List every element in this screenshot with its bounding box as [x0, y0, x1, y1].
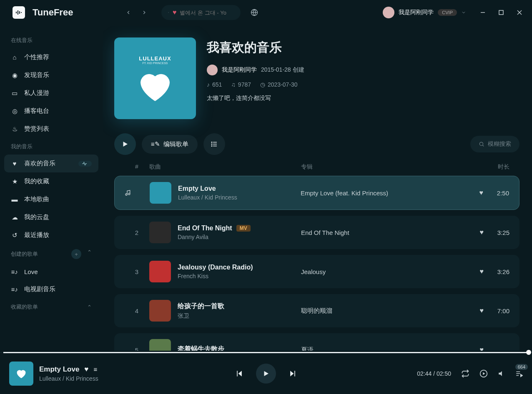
track-title: End Of The Night	[178, 224, 232, 232]
sidebar-item-donate[interactable]: ♨赞赏列表	[4, 120, 98, 138]
track-number: 3	[124, 268, 149, 275]
sidebar: 在线音乐 ⌂个性推荐 ◉发现音乐 ▭私人漫游 ◎播客电台 ♨赞赏列表 我的音乐 …	[0, 26, 103, 351]
clock-icon: ◷	[260, 81, 265, 88]
heart-icon: ♥	[11, 160, 18, 167]
track-duration: 7:00	[494, 307, 509, 314]
playlist-cover[interactable]: LULLEAUX FT. KID PRINCESS	[114, 37, 196, 119]
radio-icon: ▭	[11, 90, 18, 97]
collapse-fav-icon[interactable]: ⌃	[87, 304, 92, 310]
stat-plays: ♫9787	[231, 81, 251, 88]
col-album: 专辑	[301, 163, 476, 171]
titlebar: TuneFree ♥ 我是阿刚同学 CVIP	[0, 0, 532, 25]
sidebar-item-podcast[interactable]: ◎播客电台	[4, 102, 98, 120]
track-row[interactable]: 5牵着蜗牛去散步夏语♥	[114, 333, 519, 351]
track-album: End Of The Night	[301, 229, 476, 236]
progress-bar[interactable]	[3, 352, 529, 353]
queue-icon[interactable]: ≡	[93, 366, 97, 373]
stat-songs: ♪651	[207, 81, 222, 88]
list-mode-button[interactable]	[203, 133, 225, 155]
track-number	[125, 190, 150, 196]
sidebar-item-discover[interactable]: ◉发现音乐	[4, 66, 98, 84]
like-track-button[interactable]: ♥	[480, 307, 484, 314]
created-date: 2015-01-28 创建	[261, 66, 304, 74]
maximize-button[interactable]	[496, 7, 506, 17]
minimize-button[interactable]	[478, 7, 488, 17]
heartbeat-badge[interactable]	[78, 161, 92, 167]
like-button[interactable]: ♥	[84, 365, 88, 374]
track-row[interactable]: 2End Of The NightMVDanny AvilaEnd Of The…	[114, 216, 519, 249]
mv-badge[interactable]: MV	[236, 225, 251, 232]
track-row[interactable]: 4给孩子的一首歌张卫聪明的顺溜♥7:00	[114, 294, 519, 327]
time-display: 02:44 / 02:50	[417, 370, 451, 377]
track-duration: 3:25	[494, 229, 509, 236]
nav-forward-button[interactable]	[137, 5, 151, 20]
play-pause-button[interactable]	[256, 364, 276, 384]
track-album: 聪明的顺溜	[301, 307, 476, 315]
track-artist: Lulleaux / Kid Princess	[178, 194, 237, 201]
owner-name[interactable]: 我是阿刚同学	[222, 66, 257, 74]
svg-point-4	[168, 12, 169, 12]
svg-rect-2	[19, 11, 20, 14]
track-number: 4	[124, 307, 149, 314]
track-thumb	[149, 261, 171, 282]
cloud-icon: ☁	[11, 214, 18, 221]
sidebar-group-label: 创建的歌单	[11, 250, 38, 258]
add-playlist-button[interactable]: +	[71, 249, 81, 259]
stat-value: 2023-07-30	[268, 81, 298, 88]
svg-point-19	[479, 142, 483, 145]
sidebar-item-recent[interactable]: ↺最近播放	[4, 226, 98, 244]
sidebar-playlist-tv[interactable]: ≡♪电视剧音乐	[4, 280, 98, 298]
sidebar-item-local[interactable]: ▬本地歌曲	[4, 190, 98, 208]
track-title: 给孩子的一首歌	[178, 302, 224, 311]
speed-button[interactable]	[479, 369, 488, 378]
user-menu-chevron[interactable]	[461, 10, 466, 15]
track-thumb	[149, 339, 171, 351]
owner-avatar[interactable]	[207, 65, 218, 75]
play-all-button[interactable]	[114, 133, 136, 155]
search-box[interactable]: ♥	[161, 5, 241, 20]
like-track-button[interactable]: ♥	[480, 346, 484, 351]
queue-button[interactable]: 664	[515, 370, 523, 377]
sidebar-item-favorites[interactable]: ★我的收藏	[4, 172, 98, 190]
globe-icon[interactable]	[251, 9, 258, 16]
track-thumb	[149, 222, 171, 243]
track-row[interactable]: 3Jealousy (Dance Radio)French KissJealou…	[114, 255, 519, 288]
svg-rect-24	[237, 371, 238, 376]
track-number: 2	[124, 229, 149, 236]
sidebar-item-liked[interactable]: ♥喜欢的音乐	[4, 155, 98, 172]
next-button[interactable]	[289, 369, 297, 378]
like-track-button[interactable]: ♥	[479, 189, 484, 197]
sidebar-item-label: 本地歌曲	[24, 195, 49, 203]
col-duration: 时长	[476, 163, 509, 171]
nav-back-button[interactable]	[121, 5, 136, 20]
search-input[interactable]	[180, 10, 234, 16]
prev-button[interactable]	[235, 369, 243, 378]
sidebar-item-label: 赞赏列表	[24, 125, 49, 133]
collapse-created-icon[interactable]: ⌃	[87, 249, 92, 259]
sidebar-item-label: Love	[24, 268, 38, 275]
user-name[interactable]: 我是阿刚同学	[399, 9, 434, 16]
sidebar-item-cloud[interactable]: ☁我的云盘	[4, 208, 98, 226]
repeat-button[interactable]	[461, 369, 469, 378]
search-icon	[168, 10, 169, 15]
sidebar-item-recommend[interactable]: ⌂个性推荐	[4, 48, 98, 66]
close-button[interactable]	[514, 7, 524, 17]
like-track-button[interactable]: ♥	[480, 268, 484, 275]
like-track-button[interactable]: ♥	[480, 229, 484, 236]
svg-line-5	[169, 12, 169, 13]
folder-icon: ▬	[11, 196, 18, 203]
sidebar-item-roam[interactable]: ▭私人漫游	[4, 84, 98, 102]
edit-playlist-button[interactable]: ≡✎编辑歌单	[142, 135, 198, 154]
track-row[interactable]: Empty LoveLulleaux / Kid PrincessEmpty L…	[114, 176, 519, 210]
fuzzy-search[interactable]: 模糊搜索	[470, 136, 519, 152]
edit-icon: ≡✎	[151, 140, 160, 148]
svg-point-17	[211, 144, 212, 145]
heart-search-icon: ♥	[173, 9, 177, 16]
sidebar-group-online: 在线音乐	[4, 32, 98, 48]
now-playing-cover[interactable]	[9, 362, 33, 386]
volume-button[interactable]	[498, 370, 505, 377]
svg-point-22	[128, 193, 130, 195]
user-avatar[interactable]	[383, 7, 394, 18]
sidebar-playlist-love[interactable]: ≡♪Love	[4, 263, 98, 280]
track-artist: 张卫	[178, 312, 224, 320]
